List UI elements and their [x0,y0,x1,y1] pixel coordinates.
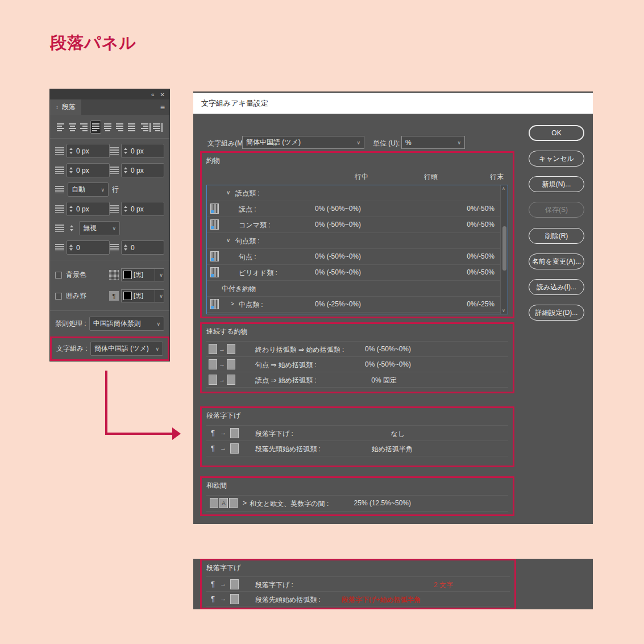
mojikumi-dropdown[interactable]: 簡体中国語 (ツメ) ∨ [90,342,163,356]
table-row[interactable]: ¶ → 段落先頭始め括弧類 : 始め括弧半角 [206,441,508,456]
dialog-mojikumi-dropdown[interactable]: 簡体中国語 (ツメ) ∨ [242,136,364,149]
border-color-swatch-control[interactable]: [黒] ∨ [121,289,164,302]
chevron-down-icon: ∨ [155,346,159,352]
table-row[interactable]: → 終わり括弧類 ⇒ 始め括弧類 : 0% (-50%~0%) [206,342,508,357]
chevron-down-icon[interactable]: ∨ [226,189,230,196]
first-line-indent-field[interactable]: 0 px [67,163,110,177]
align-center-button[interactable] [67,121,78,134]
table-row[interactable]: ¶ → 段落先頭始め括弧類 : 段落字下げ+始め括弧半角 [206,592,510,606]
align-away-from-spine-button[interactable] [153,121,164,134]
chevron-down-icon[interactable]: ∨ [226,237,230,243]
cancel-button[interactable]: キャンセル [529,151,584,167]
table-row[interactable]: A > 和文と欧文、英数字の間 : 25% (12.5%~50%) [206,496,508,512]
scrollbar-thumb[interactable] [502,226,506,271]
panel-menu-icon[interactable]: ≡ [160,99,169,115]
align-right-button[interactable] [79,121,90,134]
last-line-indent-field[interactable]: 0 px [121,163,164,177]
scroll-down-icon[interactable]: ∨ [502,308,505,313]
field-value: 0 px [130,147,144,155]
table-row[interactable]: → 読点 ⇒ 始め括弧類 : 0% 固定 [206,372,508,388]
table-row[interactable]: ¶ → 段落字下げ : なし [206,426,508,441]
line-end-value: 0%/-50% [467,252,495,260]
ok-button[interactable]: OK [529,125,584,141]
latin-a-icon: A [219,498,228,508]
jisage-section-highlight: 段落字下げ ¶ → 段落字下げ : なし ¶ → 段落先頭始め括弧類 : 始め括… [200,406,514,467]
left-indent-field[interactable]: 0 px [67,144,110,158]
tab-label: 段落 [62,102,76,112]
stepper[interactable] [122,164,130,177]
chevron-right-icon[interactable]: > [231,301,234,307]
row-label: コンマ類 : [239,221,271,230]
scroll-up-icon[interactable]: ∧ [502,186,505,191]
table-row[interactable]: コンマ類 : 0% (-50%~0%) 0%/-50% [207,217,500,233]
last-line-indent-icon [110,167,119,174]
chevron-down-icon: ∨ [457,140,461,146]
aki-field[interactable]: 0 [121,240,164,255]
left-indent-icon [55,147,64,155]
swatch-dropdown[interactable]: ∨ [155,290,164,302]
table-row[interactable]: ∨ 読点類 : [207,185,500,201]
close-panel-icon[interactable]: ✕ [160,92,165,98]
column-header: 行中 [355,172,368,182]
justify-last-right-button[interactable] [114,121,125,134]
row-label: 句点 : [239,252,256,262]
space-before-field[interactable]: 0 px [67,202,110,216]
tsume-field[interactable]: 0 [67,240,110,255]
stepper[interactable] [67,241,75,254]
background-color-checkbox[interactable] [55,272,62,279]
align-toward-spine-button[interactable] [142,121,152,134]
table-row[interactable]: ∨ 句点類 : [207,233,500,249]
open-bracket-icon [227,375,235,385]
chevron-down-icon: ∨ [356,140,360,146]
grid-dropdown[interactable]: 自動 ∨ [68,182,109,197]
grid-ignore-icon [55,225,64,232]
chevron-right-icon[interactable]: > [243,499,247,507]
delete-button[interactable]: 削除(R) [529,228,584,244]
right-indent-field[interactable]: 0 px [121,144,164,158]
align-away-from-spine-icon [155,123,163,132]
button-label: 新規(N)... [542,180,571,189]
stepper[interactable] [122,241,130,254]
stepper[interactable] [122,202,130,215]
kanji-box-icon [229,498,238,508]
panel-tab-bar: ↕ 段落 ≡ [50,99,169,115]
screenshot-stage: 段落パネル « ✕ ↕ 段落 ≡ [0,0,644,644]
table-row[interactable]: → 句点 ⇒ 始め括弧類 : 0% (-50%~0%) [206,357,508,372]
table-row[interactable]: 読点 : 0% (-50%~0%) 0%/-50% [207,201,500,217]
background-color-swatch-control[interactable]: [黒] ∨ [121,268,164,281]
unit-dropdown[interactable]: % ∨ [401,136,465,149]
char-aki-icon [110,244,119,251]
table-row[interactable]: 句点 : 0% (-50%~0%) 0%/-50% [207,249,500,265]
table-row[interactable]: > 中点類 : 0% (-25%~0%) 0%/-25% [207,297,500,313]
table-row[interactable]: ¶ → 段落字下げ : 2 文字 [206,577,510,592]
stepper[interactable] [67,144,75,157]
justify-last-center-button[interactable] [102,121,113,134]
align-left-button[interactable] [55,121,66,134]
scrollbar[interactable]: ∧ ∨ [500,185,508,314]
import-button[interactable]: 読み込み(I)... [529,279,584,295]
pilcrow-icon: ¶ [211,444,215,452]
tab-paragraph[interactable]: ↕ 段落 [50,99,81,115]
advanced-settings-button[interactable]: 詳細設定(D)... [529,305,584,321]
rename-button[interactable]: 名前を変更(A)... [529,254,584,269]
justify-all-button[interactable] [126,121,137,134]
stepper[interactable] [67,164,75,177]
justify-last-left-button[interactable] [90,121,101,134]
table-row[interactable]: 中付き約物 [207,281,500,297]
collapse-panel-icon[interactable]: « [151,92,155,98]
stepper[interactable] [122,144,130,157]
new-button[interactable]: 新規(N)... [529,176,584,192]
ignore-dropdown[interactable]: 無視 ∨ [79,221,120,235]
table-row[interactable]: ピリオド類 : 0% (-50%~0%) 0%/-50% [207,265,500,281]
space-after-icon [110,205,119,213]
kinsoku-dropdown[interactable]: 中国語簡体禁則 ∨ [89,317,164,331]
stepper[interactable] [67,202,75,215]
stepper[interactable] [68,225,76,231]
border-rule-checkbox[interactable] [55,293,62,300]
tsume-row: 0 0 [55,240,164,255]
space-after-field[interactable]: 0 px [121,202,164,216]
dialog-titlebar[interactable]: 文字組みアキ量設定 [193,93,593,114]
swatch-dropdown[interactable]: ∨ [155,269,164,281]
glyph-class-icon [210,299,219,309]
indent-glyph-icon [230,579,239,589]
